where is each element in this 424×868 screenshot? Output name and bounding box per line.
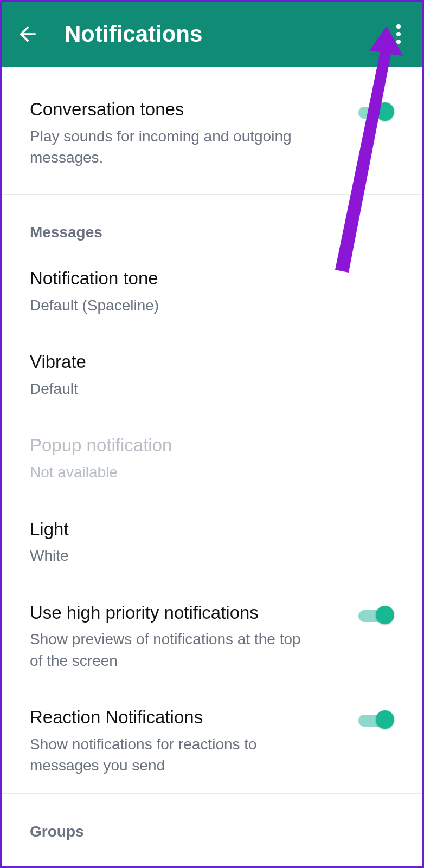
setting-subtitle: Not available <box>30 462 312 483</box>
setting-title: Vibrate <box>30 351 394 374</box>
setting-title: Light <box>30 518 394 541</box>
section-header-groups: Groups <box>2 794 422 849</box>
vibrate-row[interactable]: Vibrate Default <box>2 333 422 417</box>
setting-subtitle: Show notifications for reactions to mess… <box>30 734 312 776</box>
appbar: Notifications <box>2 2 422 67</box>
setting-subtitle: Default <box>30 378 312 399</box>
overflow-menu-button[interactable] <box>386 19 412 49</box>
svg-point-0 <box>396 24 401 29</box>
settings-list: Conversation tones Play sounds for incom… <box>2 67 422 849</box>
conversation-tones-row[interactable]: Conversation tones Play sounds for incom… <box>2 67 422 194</box>
more-vert-icon <box>396 24 401 44</box>
setting-subtitle: Play sounds for incoming and outgoing me… <box>30 126 312 168</box>
reaction-toggle[interactable] <box>358 709 394 731</box>
setting-title: Use high priority notifications <box>30 601 348 625</box>
section-header-messages: Messages <box>2 195 422 250</box>
setting-title: Notification tone <box>30 267 394 290</box>
page-title: Notifications <box>65 21 364 47</box>
conversation-tones-toggle[interactable] <box>358 101 394 123</box>
setting-subtitle: Default (Spaceline) <box>30 295 312 316</box>
light-row[interactable]: Light White <box>2 501 422 584</box>
setting-title: Reaction Notifications <box>30 706 348 729</box>
setting-title: Popup notification <box>30 434 394 457</box>
svg-point-2 <box>396 40 401 44</box>
back-button[interactable] <box>12 19 43 49</box>
back-arrow-icon <box>16 22 40 46</box>
setting-title: Conversation tones <box>30 98 348 121</box>
setting-subtitle: White <box>30 545 312 566</box>
high-priority-toggle[interactable] <box>358 605 394 626</box>
svg-point-1 <box>396 32 401 36</box>
setting-subtitle: Show previews of notifications at the to… <box>30 629 312 671</box>
popup-notification-row: Popup notification Not available <box>2 417 422 500</box>
reaction-notifications-row[interactable]: Reaction Notifications Show notification… <box>2 689 422 793</box>
high-priority-row[interactable]: Use high priority notifications Show pre… <box>2 584 422 689</box>
notification-tone-row[interactable]: Notification tone Default (Spaceline) <box>2 250 422 333</box>
